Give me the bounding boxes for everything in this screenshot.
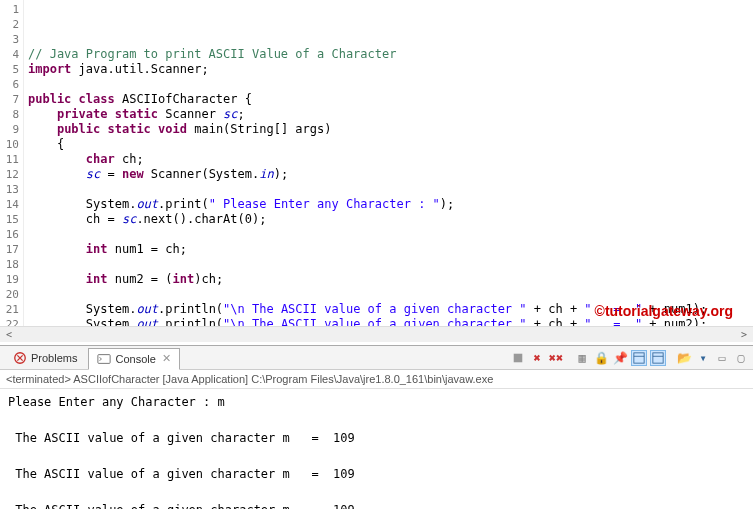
svg-rect-3 bbox=[634, 352, 644, 362]
code-editor-pane: 12345678910111213141516171819202122 // J… bbox=[0, 0, 753, 345]
tab-console[interactable]: Console ✕ bbox=[88, 348, 179, 370]
code-line[interactable]: int num1 = ch; bbox=[28, 242, 749, 257]
pin-console-button[interactable]: 📌 bbox=[612, 350, 628, 366]
code-line[interactable]: System.out.println("\n The ASCII value o… bbox=[28, 317, 749, 326]
line-number: 3 bbox=[2, 32, 19, 47]
code-line[interactable]: int num2 = (int)ch; bbox=[28, 272, 749, 287]
svg-rect-2 bbox=[514, 353, 523, 362]
line-number: 2 bbox=[2, 17, 19, 32]
remove-launch-button[interactable]: ✖ bbox=[529, 350, 545, 366]
line-number: 14 bbox=[2, 197, 19, 212]
line-number: 8 bbox=[2, 107, 19, 122]
show-console-error-button[interactable] bbox=[650, 350, 666, 366]
tab-console-label: Console bbox=[115, 353, 155, 365]
bottom-panel: Problems Console ✕ ✖ ✖✖ ▦ 🔒 📌 📂 ▾ ▭ ▢ <t… bbox=[0, 345, 753, 509]
line-number: 13 bbox=[2, 182, 19, 197]
code-line[interactable] bbox=[28, 182, 749, 197]
line-number: 17 bbox=[2, 242, 19, 257]
tab-problems[interactable]: Problems bbox=[4, 347, 86, 369]
terminate-button[interactable] bbox=[510, 350, 526, 366]
bottom-tab-bar: Problems Console ✕ ✖ ✖✖ ▦ 🔒 📌 📂 ▾ ▭ ▢ bbox=[0, 346, 753, 370]
line-number: 22 bbox=[2, 317, 19, 326]
code-area[interactable]: 12345678910111213141516171819202122 // J… bbox=[0, 0, 753, 326]
line-number: 18 bbox=[2, 257, 19, 272]
show-console-output-button[interactable] bbox=[631, 350, 647, 366]
code-line[interactable]: char ch; bbox=[28, 152, 749, 167]
open-console-button[interactable]: 📂 bbox=[676, 350, 692, 366]
close-tab-icon[interactable]: ✕ bbox=[162, 352, 171, 365]
remove-all-button[interactable]: ✖✖ bbox=[548, 350, 564, 366]
code-line[interactable]: sc = new Scanner(System.in); bbox=[28, 167, 749, 182]
line-number: 21 bbox=[2, 302, 19, 317]
line-number: 19 bbox=[2, 272, 19, 287]
line-number: 10 bbox=[2, 137, 19, 152]
scroll-right-icon[interactable]: > bbox=[741, 329, 747, 340]
line-number: 6 bbox=[2, 77, 19, 92]
code-line[interactable]: public static void main(String[] args) bbox=[28, 122, 749, 137]
code-line[interactable] bbox=[28, 257, 749, 272]
line-number: 11 bbox=[2, 152, 19, 167]
line-number: 20 bbox=[2, 287, 19, 302]
svg-rect-5 bbox=[653, 352, 663, 362]
line-number: 15 bbox=[2, 212, 19, 227]
code-content[interactable]: // Java Program to print ASCII Value of … bbox=[24, 0, 753, 326]
minimize-button[interactable]: ▭ bbox=[714, 350, 730, 366]
code-line[interactable]: public class ASCIIofCharacter { bbox=[28, 92, 749, 107]
code-line[interactable]: private static Scanner sc; bbox=[28, 107, 749, 122]
code-line[interactable] bbox=[28, 77, 749, 92]
line-number: 7 bbox=[2, 92, 19, 107]
display-selected-button[interactable]: ▾ bbox=[695, 350, 711, 366]
console-icon bbox=[97, 352, 111, 366]
scroll-lock-button[interactable]: 🔒 bbox=[593, 350, 609, 366]
line-number: 5 bbox=[2, 62, 19, 77]
code-line[interactable] bbox=[28, 227, 749, 242]
line-number: 16 bbox=[2, 227, 19, 242]
line-number: 1 bbox=[2, 2, 19, 17]
console-toolbar: ✖ ✖✖ ▦ 🔒 📌 📂 ▾ ▭ ▢ bbox=[510, 350, 749, 366]
code-line[interactable]: System.out.print(" Please Enter any Char… bbox=[28, 197, 749, 212]
code-line[interactable]: { bbox=[28, 137, 749, 152]
clear-console-button[interactable]: ▦ bbox=[574, 350, 590, 366]
tab-problems-label: Problems bbox=[31, 352, 77, 364]
code-line[interactable]: import java.util.Scanner; bbox=[28, 62, 749, 77]
maximize-button[interactable]: ▢ bbox=[733, 350, 749, 366]
problems-icon bbox=[13, 351, 27, 365]
code-line[interactable]: System.out.println("\n The ASCII value o… bbox=[28, 302, 749, 317]
horizontal-scrollbar[interactable]: < > bbox=[0, 326, 753, 342]
line-number: 4 bbox=[2, 47, 19, 62]
code-line[interactable] bbox=[28, 287, 749, 302]
console-output[interactable]: Please Enter any Character : m The ASCII… bbox=[0, 389, 753, 509]
line-number: 12 bbox=[2, 167, 19, 182]
code-line[interactable]: ch = sc.next().charAt(0); bbox=[28, 212, 749, 227]
svg-rect-1 bbox=[98, 354, 110, 363]
code-line[interactable]: // Java Program to print ASCII Value of … bbox=[28, 47, 749, 62]
line-number: 9 bbox=[2, 122, 19, 137]
line-number-gutter: 12345678910111213141516171819202122 bbox=[0, 0, 24, 326]
terminated-status: <terminated> ASCIIofCharacter [Java Appl… bbox=[0, 370, 753, 389]
scroll-left-icon[interactable]: < bbox=[6, 329, 12, 340]
